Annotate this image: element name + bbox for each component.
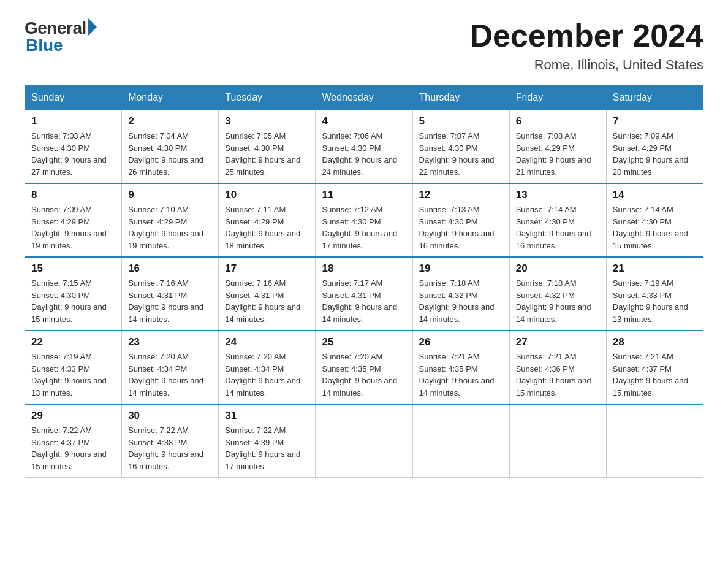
title-block: December 2024 Rome, Illinois, United Sta… xyxy=(469,18,703,73)
calendar-day-cell xyxy=(316,404,412,478)
calendar-day-cell: 10 Sunrise: 7:11 AMSunset: 4:29 PMDaylig… xyxy=(219,183,316,257)
day-number: 6 xyxy=(516,115,600,128)
day-number: 13 xyxy=(516,189,600,201)
day-info: Sunrise: 7:19 AMSunset: 4:33 PMDaylight:… xyxy=(613,277,697,325)
day-number: 18 xyxy=(322,262,406,275)
calendar-day-cell: 5 Sunrise: 7:07 AMSunset: 4:30 PMDayligh… xyxy=(412,110,509,183)
day-info: Sunrise: 7:04 AMSunset: 4:30 PMDaylight:… xyxy=(128,130,212,178)
day-number: 23 xyxy=(128,336,212,348)
calendar-day-cell: 26 Sunrise: 7:21 AMSunset: 4:35 PMDaylig… xyxy=(412,331,509,404)
day-number: 8 xyxy=(31,189,115,201)
day-info: Sunrise: 7:09 AMSunset: 4:29 PMDaylight:… xyxy=(31,204,115,251)
calendar-day-cell: 21 Sunrise: 7:19 AMSunset: 4:33 PMDaylig… xyxy=(606,257,703,331)
day-info: Sunrise: 7:13 AMSunset: 4:30 PMDaylight:… xyxy=(419,204,503,251)
day-number: 11 xyxy=(322,189,406,201)
day-number: 7 xyxy=(613,115,697,128)
day-number: 5 xyxy=(419,115,503,128)
day-info: Sunrise: 7:07 AMSunset: 4:30 PMDaylight:… xyxy=(419,130,503,178)
day-of-week-header: Thursday xyxy=(412,86,509,110)
calendar-day-cell: 23 Sunrise: 7:20 AMSunset: 4:34 PMDaylig… xyxy=(122,331,219,404)
calendar-day-cell: 19 Sunrise: 7:18 AMSunset: 4:32 PMDaylig… xyxy=(412,257,509,331)
day-info: Sunrise: 7:19 AMSunset: 4:33 PMDaylight:… xyxy=(31,351,115,399)
calendar-day-cell xyxy=(509,404,606,478)
day-info: Sunrise: 7:17 AMSunset: 4:31 PMDaylight:… xyxy=(322,277,406,325)
calendar-day-cell: 13 Sunrise: 7:14 AMSunset: 4:30 PMDaylig… xyxy=(509,183,606,257)
calendar-header-row: SundayMondayTuesdayWednesdayThursdayFrid… xyxy=(25,86,703,110)
calendar-day-cell: 12 Sunrise: 7:13 AMSunset: 4:30 PMDaylig… xyxy=(412,183,509,257)
day-number: 19 xyxy=(419,262,503,275)
calendar-day-cell: 30 Sunrise: 7:22 AMSunset: 4:38 PMDaylig… xyxy=(122,404,219,478)
day-number: 25 xyxy=(322,336,406,348)
calendar-day-cell: 31 Sunrise: 7:22 AMSunset: 4:39 PMDaylig… xyxy=(219,404,316,478)
calendar-day-cell: 27 Sunrise: 7:21 AMSunset: 4:36 PMDaylig… xyxy=(509,331,606,404)
day-info: Sunrise: 7:15 AMSunset: 4:30 PMDaylight:… xyxy=(31,277,115,325)
day-number: 3 xyxy=(225,115,309,128)
logo: General Blue xyxy=(25,18,97,55)
calendar-day-cell: 22 Sunrise: 7:19 AMSunset: 4:33 PMDaylig… xyxy=(25,331,122,404)
calendar-day-cell: 3 Sunrise: 7:05 AMSunset: 4:30 PMDayligh… xyxy=(219,110,316,183)
calendar-week-row: 1 Sunrise: 7:03 AMSunset: 4:30 PMDayligh… xyxy=(25,110,703,183)
day-number: 22 xyxy=(31,336,115,348)
calendar-day-cell: 4 Sunrise: 7:06 AMSunset: 4:30 PMDayligh… xyxy=(316,110,412,183)
calendar-week-row: 29 Sunrise: 7:22 AMSunset: 4:37 PMDaylig… xyxy=(25,404,703,478)
day-number: 14 xyxy=(613,189,697,201)
calendar-day-cell xyxy=(606,404,703,478)
day-info: Sunrise: 7:22 AMSunset: 4:38 PMDaylight:… xyxy=(128,424,212,472)
day-info: Sunrise: 7:21 AMSunset: 4:36 PMDaylight:… xyxy=(516,351,600,399)
calendar-day-cell: 16 Sunrise: 7:16 AMSunset: 4:31 PMDaylig… xyxy=(122,257,219,331)
calendar-day-cell: 24 Sunrise: 7:20 AMSunset: 4:34 PMDaylig… xyxy=(219,331,316,404)
day-number: 10 xyxy=(225,189,309,201)
day-info: Sunrise: 7:21 AMSunset: 4:37 PMDaylight:… xyxy=(613,351,697,399)
day-of-week-header: Saturday xyxy=(606,86,703,110)
calendar-day-cell: 25 Sunrise: 7:20 AMSunset: 4:35 PMDaylig… xyxy=(316,331,412,404)
day-info: Sunrise: 7:21 AMSunset: 4:35 PMDaylight:… xyxy=(419,351,503,399)
day-number: 21 xyxy=(613,262,697,275)
day-info: Sunrise: 7:20 AMSunset: 4:35 PMDaylight:… xyxy=(322,351,406,399)
day-info: Sunrise: 7:12 AMSunset: 4:30 PMDaylight:… xyxy=(322,204,406,251)
calendar-day-cell: 18 Sunrise: 7:17 AMSunset: 4:31 PMDaylig… xyxy=(316,257,412,331)
day-of-week-header: Monday xyxy=(122,86,219,110)
day-number: 30 xyxy=(128,410,212,422)
day-number: 24 xyxy=(225,336,309,348)
day-info: Sunrise: 7:22 AMSunset: 4:37 PMDaylight:… xyxy=(31,424,115,472)
day-info: Sunrise: 7:20 AMSunset: 4:34 PMDaylight:… xyxy=(128,351,212,399)
calendar-day-cell: 17 Sunrise: 7:16 AMSunset: 4:31 PMDaylig… xyxy=(219,257,316,331)
logo-blue-text: Blue xyxy=(26,36,63,55)
day-number: 29 xyxy=(31,410,115,422)
calendar-day-cell: 6 Sunrise: 7:08 AMSunset: 4:29 PMDayligh… xyxy=(509,110,606,183)
day-of-week-header: Friday xyxy=(509,86,606,110)
day-number: 17 xyxy=(225,262,309,275)
day-number: 31 xyxy=(225,410,309,422)
day-of-week-header: Tuesday xyxy=(219,86,316,110)
day-info: Sunrise: 7:06 AMSunset: 4:30 PMDaylight:… xyxy=(322,130,406,178)
calendar-day-cell: 8 Sunrise: 7:09 AMSunset: 4:29 PMDayligh… xyxy=(25,183,122,257)
calendar-week-row: 22 Sunrise: 7:19 AMSunset: 4:33 PMDaylig… xyxy=(25,331,703,404)
day-of-week-header: Sunday xyxy=(25,86,122,110)
day-info: Sunrise: 7:22 AMSunset: 4:39 PMDaylight:… xyxy=(225,424,309,472)
day-number: 1 xyxy=(31,115,115,128)
calendar-day-cell: 29 Sunrise: 7:22 AMSunset: 4:37 PMDaylig… xyxy=(25,404,122,478)
day-number: 28 xyxy=(613,336,697,348)
calendar-day-cell: 1 Sunrise: 7:03 AMSunset: 4:30 PMDayligh… xyxy=(25,110,122,183)
day-info: Sunrise: 7:05 AMSunset: 4:30 PMDaylight:… xyxy=(225,130,309,178)
day-of-week-header: Wednesday xyxy=(316,86,412,110)
calendar-week-row: 15 Sunrise: 7:15 AMSunset: 4:30 PMDaylig… xyxy=(25,257,703,331)
day-number: 12 xyxy=(419,189,503,201)
day-info: Sunrise: 7:10 AMSunset: 4:29 PMDaylight:… xyxy=(128,204,212,251)
day-info: Sunrise: 7:11 AMSunset: 4:29 PMDaylight:… xyxy=(225,204,309,251)
day-info: Sunrise: 7:08 AMSunset: 4:29 PMDaylight:… xyxy=(516,130,600,178)
day-info: Sunrise: 7:09 AMSunset: 4:29 PMDaylight:… xyxy=(613,130,697,178)
day-info: Sunrise: 7:18 AMSunset: 4:32 PMDaylight:… xyxy=(516,277,600,325)
month-title: December 2024 xyxy=(469,18,703,53)
calendar-day-cell xyxy=(412,404,509,478)
day-number: 4 xyxy=(322,115,406,128)
day-info: Sunrise: 7:16 AMSunset: 4:31 PMDaylight:… xyxy=(128,277,212,325)
day-number: 9 xyxy=(128,189,212,201)
day-info: Sunrise: 7:20 AMSunset: 4:34 PMDaylight:… xyxy=(225,351,309,399)
day-info: Sunrise: 7:18 AMSunset: 4:32 PMDaylight:… xyxy=(419,277,503,325)
location-subtitle: Rome, Illinois, United States xyxy=(469,57,703,73)
calendar-day-cell: 20 Sunrise: 7:18 AMSunset: 4:32 PMDaylig… xyxy=(509,257,606,331)
day-number: 2 xyxy=(128,115,212,128)
day-number: 27 xyxy=(516,336,600,348)
day-number: 20 xyxy=(516,262,600,275)
